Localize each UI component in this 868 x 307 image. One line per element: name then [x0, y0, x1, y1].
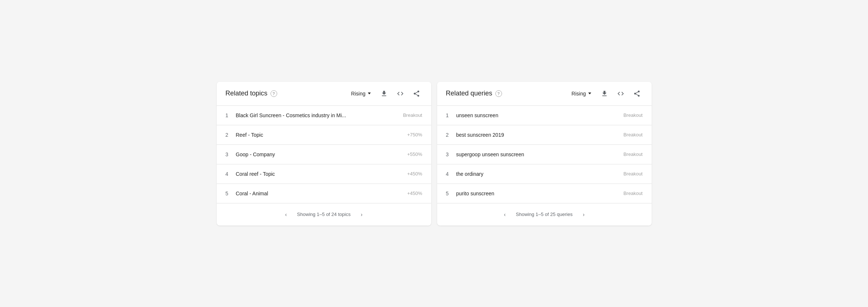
- queries-prev-button[interactable]: ‹: [500, 209, 510, 220]
- download-icon: [380, 90, 388, 97]
- table-row[interactable]: 1 Black Girl Suncreen - Cosmetics indust…: [217, 106, 431, 125]
- queries-help-icon[interactable]: ?: [495, 90, 502, 97]
- row-value: Breakout: [623, 132, 642, 137]
- row-number: 4: [226, 171, 236, 177]
- row-value: +550%: [407, 151, 422, 157]
- row-value: Breakout: [623, 171, 642, 177]
- row-number: 3: [226, 151, 236, 157]
- table-row[interactable]: 4 the ordinary Breakout: [437, 164, 652, 184]
- queries-dropdown-arrow-icon: [588, 93, 591, 94]
- row-label: purito sunscreen: [456, 191, 618, 196]
- row-number: 2: [446, 132, 456, 138]
- topics-rising-dropdown[interactable]: Rising: [348, 89, 374, 98]
- queries-header-right: Rising: [569, 88, 643, 100]
- topics-help-icon[interactable]: ?: [271, 90, 277, 97]
- row-value: Breakout: [623, 151, 642, 157]
- queries-download-button[interactable]: [599, 88, 610, 100]
- row-value: +450%: [407, 191, 422, 196]
- topics-table: 1 Black Girl Suncreen - Cosmetics indust…: [217, 106, 431, 203]
- row-label: unseen sunscreen: [456, 112, 618, 118]
- row-label: Reef - Topic: [236, 132, 401, 138]
- topics-share-button[interactable]: [411, 88, 422, 100]
- queries-rising-dropdown[interactable]: Rising: [569, 89, 594, 98]
- chevron-left-icon: ‹: [504, 212, 506, 217]
- topics-card: Related topics ? Rising: [217, 82, 431, 226]
- row-label: the ordinary: [456, 171, 618, 177]
- row-label: best sunscreen 2019: [456, 132, 618, 138]
- share-icon: [633, 90, 641, 97]
- queries-share-button[interactable]: [631, 88, 643, 100]
- topics-dropdown-arrow-icon: [368, 93, 371, 94]
- table-row[interactable]: 3 Goop - Company +550%: [217, 145, 431, 164]
- queries-table: 1 unseen sunscreen Breakout 2 best sunsc…: [437, 106, 652, 203]
- row-number: 3: [446, 151, 456, 157]
- row-label: Black Girl Suncreen - Cosmetics industry…: [236, 112, 397, 118]
- embed-icon: [617, 90, 624, 97]
- row-label: Coral - Animal: [236, 191, 401, 196]
- topics-next-button[interactable]: ›: [356, 209, 367, 220]
- queries-header-left: Related queries ?: [446, 90, 502, 97]
- table-row[interactable]: 4 Coral reef - Topic +450%: [217, 164, 431, 184]
- topics-pagination-text: Showing 1–5 of 24 topics: [297, 212, 351, 217]
- topics-header-left: Related topics ?: [226, 90, 277, 97]
- queries-card-title: Related queries: [446, 90, 492, 97]
- queries-card: Related queries ? Rising: [437, 82, 652, 226]
- queries-embed-button[interactable]: [615, 88, 627, 100]
- share-icon: [413, 90, 420, 97]
- row-number: 4: [446, 171, 456, 177]
- row-value: Breakout: [403, 112, 422, 118]
- embed-icon: [397, 90, 404, 97]
- topics-prev-button[interactable]: ‹: [281, 209, 291, 220]
- row-number: 5: [226, 191, 236, 196]
- topics-embed-button[interactable]: [394, 88, 406, 100]
- row-value: Breakout: [623, 191, 642, 196]
- queries-pagination-text: Showing 1–5 of 25 queries: [516, 212, 573, 217]
- table-row[interactable]: 2 Reef - Topic +750%: [217, 125, 431, 145]
- table-row[interactable]: 5 purito sunscreen Breakout: [437, 184, 652, 203]
- queries-card-header: Related queries ? Rising: [437, 82, 652, 106]
- row-value: Breakout: [623, 112, 642, 118]
- row-number: 2: [226, 132, 236, 138]
- topics-download-button[interactable]: [378, 88, 390, 100]
- topics-card-header: Related topics ? Rising: [217, 82, 431, 106]
- table-row[interactable]: 3 supergoop unseen sunscreen Breakout: [437, 145, 652, 164]
- queries-card-footer: ‹ Showing 1–5 of 25 queries ›: [437, 203, 652, 226]
- row-value: +450%: [407, 171, 422, 177]
- chevron-right-icon: ›: [361, 212, 363, 217]
- row-label: supergoop unseen sunscreen: [456, 151, 618, 157]
- row-label: Goop - Company: [236, 151, 401, 157]
- row-number: 1: [446, 112, 456, 118]
- download-icon: [601, 90, 608, 97]
- row-value: +750%: [407, 132, 422, 137]
- topics-card-title: Related topics: [226, 90, 268, 97]
- page-container: Related topics ? Rising: [217, 82, 652, 226]
- chevron-left-icon: ‹: [285, 212, 287, 217]
- row-number: 5: [446, 191, 456, 196]
- row-label: Coral reef - Topic: [236, 171, 401, 177]
- table-row[interactable]: 2 best sunscreen 2019 Breakout: [437, 125, 652, 145]
- chevron-right-icon: ›: [583, 212, 585, 217]
- row-number: 1: [226, 112, 236, 118]
- topics-header-right: Rising: [348, 88, 422, 100]
- table-row[interactable]: 1 unseen sunscreen Breakout: [437, 106, 652, 125]
- topics-card-footer: ‹ Showing 1–5 of 24 topics ›: [217, 203, 431, 226]
- table-row[interactable]: 5 Coral - Animal +450%: [217, 184, 431, 203]
- queries-next-button[interactable]: ›: [578, 209, 589, 220]
